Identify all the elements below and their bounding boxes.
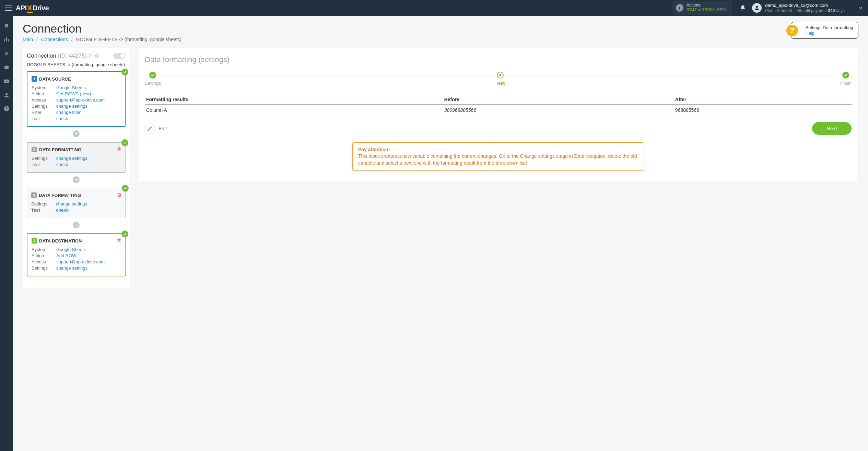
step-finish[interactable]: Finish [840,72,852,86]
logo-text-left: API [16,4,27,12]
svg-rect-1 [6,37,7,38]
chevron-down-icon[interactable] [858,5,863,10]
th-before: Before [443,95,674,105]
connections-icon[interactable] [3,36,10,43]
breadcrumb: Main / Connections / GOOGLE SHEETS -> (f… [23,37,181,42]
results-table: Formatting results Before After Column A… [145,95,852,116]
trash-icon[interactable] [117,147,121,152]
actions-counts: 8'247 of 15'000 (55%) [687,8,727,12]
next-button[interactable]: Next [812,122,852,135]
step-settings[interactable]: Settings [145,72,161,86]
svg-point-7 [5,93,8,95]
logo-x: X [27,4,33,13]
help-title: Settings Data formatting [806,25,853,30]
account-plan: Plan | Standart | left until payment 240… [765,8,845,13]
bell-icon[interactable] [740,5,746,11]
stepper: Settings Test Finish [145,72,852,86]
card-source[interactable]: 1DATA SOURCE SystemGoogle Sheets ActionG… [27,71,126,127]
actions-pill[interactable]: i Actions: 8'247 of 15'000 (55%) [672,1,732,15]
actions-label: Actions: [687,3,727,8]
svg-rect-4 [8,40,9,41]
home-icon[interactable] [3,23,10,29]
help-link[interactable]: Help [806,31,815,36]
attention-alert: Pay attention! This block creates a new … [352,142,644,171]
info-icon: i [676,4,683,12]
topbar: APIXDrive i Actions: 8'247 of 15'000 (55… [0,0,868,16]
connection-id: (ID: 44275) [58,52,87,59]
alert-text: This block creates a new variable contai… [358,153,638,166]
edit-label[interactable]: Edit [159,126,167,131]
step-test[interactable]: Test [496,72,505,86]
help-icon[interactable]: ? [3,106,10,112]
add-block-button[interactable]: + [73,176,80,183]
alert-title: Pay attention! [358,147,638,152]
table-row: Column A 380968885566 968885566 [145,105,852,116]
note-icon[interactable] [88,54,93,58]
breadcrumb-current: GOOGLE SHEETS -> (formatting, google she… [76,37,182,42]
card-num: 1 [32,76,37,82]
card-destination[interactable]: 4DATA DESTINATION SystemGoogle Sheets Ac… [27,233,126,276]
logo[interactable]: APIXDrive [16,4,49,12]
svg-text:?: ? [5,107,8,111]
video-icon[interactable] [3,78,10,84]
main-panel: Data formatting (settings) Settings Test… [138,48,858,182]
add-block-button[interactable]: + [73,130,80,137]
gear-icon[interactable] [94,54,99,58]
trash-icon[interactable] [117,238,121,243]
menu-icon[interactable] [5,5,12,11]
edit-icon[interactable] [145,123,155,134]
connection-toggle[interactable] [113,53,126,59]
trash-icon[interactable] [117,192,122,197]
breadcrumb-main[interactable]: Main [23,37,33,42]
left-rail: ? [0,16,13,294]
svg-rect-2 [4,40,5,41]
question-icon: ? [786,25,798,36]
card-formatting-3[interactable]: 3DATA FORMATTING Settingschange settings… [27,188,126,218]
card-title-text: DATA SOURCE [39,76,71,82]
main-title: Data formatting (settings) [145,55,852,64]
connection-head-label: Connection [27,52,56,59]
page-title: Connection [23,22,181,35]
th-after: After [674,95,852,105]
check-badge [121,230,128,237]
breadcrumb-connections[interactable]: Connections [41,37,68,42]
check-badge [122,185,129,192]
svg-rect-3 [6,40,7,41]
svg-point-0 [756,6,758,8]
logo-text-right: Drive [33,4,49,12]
account-block[interactable]: demo_apix-drive_s2@com.com Plan | Standa… [765,3,845,13]
avatar-icon[interactable] [752,3,762,13]
add-block-button[interactable]: + [73,222,80,228]
help-box: ? Settings Data formatting Help [791,22,858,39]
card-formatting-2[interactable]: 2DATA FORMATTING Settingschange settings… [27,142,126,173]
th-results: Formatting results [145,95,443,105]
connection-panel: Connection (ID: 44275) GOOGLE SHEETS -> … [23,48,130,288]
user-icon[interactable] [3,92,10,98]
connection-header: Connection (ID: 44275) [27,52,126,59]
briefcase-icon[interactable] [3,64,10,71]
check-badge [121,139,128,146]
account-email: demo_apix-drive_s2@com.com [765,3,845,8]
check-badge [121,69,128,75]
connection-subtitle: GOOGLE SHEETS -> (formatting, google she… [27,62,126,67]
billing-icon[interactable] [4,50,9,57]
